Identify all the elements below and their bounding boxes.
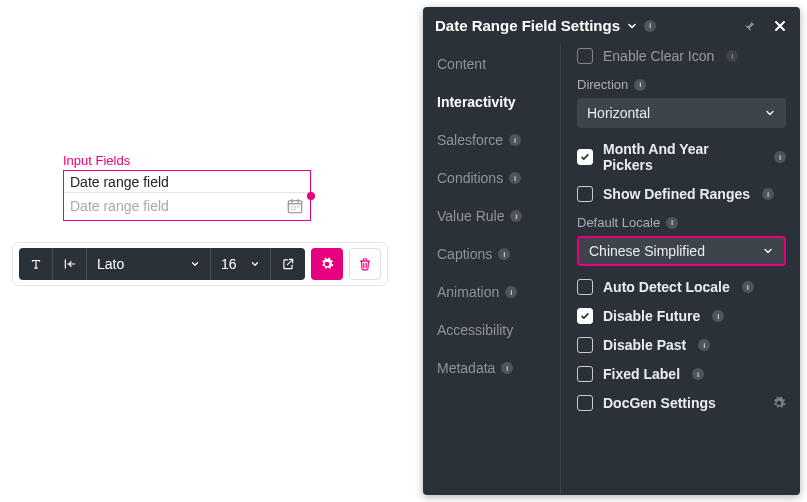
sidebar-tab-value-rule[interactable]: Value Rulei	[437, 208, 560, 224]
auto-detect-locale-row[interactable]: Auto Detect Locale i	[577, 279, 786, 295]
sidebar-tab-conditions[interactable]: Conditionsi	[437, 170, 560, 186]
panel-title: Date Range Field Settings	[435, 17, 620, 34]
checkbox[interactable]	[577, 48, 593, 64]
chevron-down-icon	[762, 245, 774, 257]
sidebar-tab-label: Captions	[437, 246, 492, 262]
month-year-pickers-row[interactable]: Month And Year Pickers i	[577, 141, 786, 173]
fixed-label-row[interactable]: Fixed Label i	[577, 366, 786, 382]
gear-icon[interactable]	[772, 396, 786, 410]
font-family-select[interactable]: Lato	[87, 248, 211, 280]
close-icon[interactable]	[772, 18, 788, 34]
sidebar-tab-label: Conditions	[437, 170, 503, 186]
sidebar-tab-content[interactable]: Content	[437, 56, 560, 72]
option-label: Auto Detect Locale	[603, 279, 730, 295]
calendar-icon[interactable]	[286, 197, 304, 215]
sidebar-tab-accessibility[interactable]: Accessibility	[437, 322, 560, 338]
info-icon[interactable]: i	[634, 79, 646, 91]
sidebar-tab-animation[interactable]: Animationi	[437, 284, 560, 300]
open-external-icon	[281, 257, 295, 271]
panel-header: Date Range Field Settings i	[423, 7, 800, 44]
chevron-down-icon[interactable]	[626, 20, 638, 32]
settings-panel: Date Range Field Settings i ContentInter…	[423, 7, 800, 495]
widget-caption: Input Fields	[63, 153, 311, 168]
option-label: Disable Future	[603, 308, 700, 324]
option-label: Enable Clear Icon	[603, 48, 714, 64]
info-icon[interactable]: i	[742, 281, 754, 293]
option-label: DocGen Settings	[603, 395, 716, 411]
canvas-date-range-widget[interactable]: Input Fields Date range field Date range…	[63, 153, 311, 221]
option-label: Disable Past	[603, 337, 686, 353]
info-icon[interactable]: i	[509, 134, 521, 146]
text-style-button[interactable]	[19, 248, 53, 280]
check-icon	[580, 152, 590, 162]
checkbox[interactable]	[577, 279, 593, 295]
font-family-value: Lato	[97, 256, 124, 272]
pin-icon[interactable]	[742, 19, 756, 33]
info-icon[interactable]: i	[726, 50, 738, 62]
checkbox[interactable]	[577, 149, 593, 165]
info-icon[interactable]: i	[698, 339, 710, 351]
info-icon[interactable]: i	[644, 20, 656, 32]
checkbox[interactable]	[577, 366, 593, 382]
info-icon[interactable]: i	[505, 286, 517, 298]
disable-past-row[interactable]: Disable Past i	[577, 337, 786, 353]
direction-label: Direction i	[577, 77, 786, 92]
info-icon[interactable]: i	[692, 368, 704, 380]
info-icon[interactable]: i	[501, 362, 513, 374]
sidebar-tab-captions[interactable]: Captionsi	[437, 246, 560, 262]
sidebar-tab-salesforce[interactable]: Salesforcei	[437, 132, 560, 148]
text-icon	[29, 257, 43, 271]
align-button[interactable]	[53, 248, 87, 280]
sidebar-tab-label: Salesforce	[437, 132, 503, 148]
info-icon[interactable]: i	[666, 217, 678, 229]
info-icon[interactable]: i	[762, 188, 774, 200]
format-toolbar: Lato 16	[12, 242, 388, 286]
checkbox[interactable]	[577, 337, 593, 353]
widget-input-row[interactable]: Date range field	[64, 193, 310, 220]
info-icon[interactable]: i	[712, 310, 724, 322]
enable-clear-icon-row[interactable]: Enable Clear Icon i	[577, 48, 786, 64]
font-size-value: 16	[221, 256, 237, 272]
info-icon[interactable]: i	[509, 172, 521, 184]
show-defined-ranges-row[interactable]: Show Defined Ranges i	[577, 186, 786, 202]
open-external-button[interactable]	[271, 248, 305, 280]
info-icon[interactable]: i	[510, 210, 522, 222]
check-icon	[580, 311, 590, 321]
panel-side-tabs: ContentInteractivitySalesforceiCondition…	[423, 44, 560, 495]
widget-placeholder: Date range field	[70, 198, 282, 214]
info-icon[interactable]: i	[774, 151, 786, 163]
disable-future-row[interactable]: Disable Future i	[577, 308, 786, 324]
resize-handle[interactable]	[307, 192, 315, 200]
checkbox[interactable]	[577, 308, 593, 324]
toolbar-dark-group: Lato 16	[19, 248, 305, 280]
trash-icon	[358, 257, 372, 271]
default-locale-value: Chinese Simplified	[589, 243, 705, 259]
widget-label: Date range field	[64, 171, 310, 193]
sidebar-tab-label: Value Rule	[437, 208, 504, 224]
font-size-select[interactable]: 16	[211, 248, 271, 280]
checkbox[interactable]	[577, 186, 593, 202]
sidebar-tab-label: Content	[437, 56, 486, 72]
default-locale-label: Default Locale i	[577, 215, 786, 230]
sidebar-tab-label: Accessibility	[437, 322, 513, 338]
chevron-down-icon	[764, 107, 776, 119]
sidebar-tab-metadata[interactable]: Metadatai	[437, 360, 560, 376]
option-label: Show Defined Ranges	[603, 186, 750, 202]
option-label: Month And Year Pickers	[603, 141, 762, 173]
option-label: Fixed Label	[603, 366, 680, 382]
widget-frame[interactable]: Date range field Date range field	[63, 170, 311, 221]
align-left-icon	[63, 257, 77, 271]
delete-button[interactable]	[349, 248, 381, 280]
docgen-settings-row[interactable]: DocGen Settings	[577, 395, 786, 411]
settings-button[interactable]	[311, 248, 343, 280]
direction-select[interactable]: Horizontal	[577, 98, 786, 128]
direction-value: Horizontal	[587, 105, 650, 121]
sidebar-tab-label: Interactivity	[437, 94, 516, 110]
chevron-down-icon	[190, 259, 200, 269]
chevron-down-icon	[250, 259, 260, 269]
gear-icon	[320, 257, 334, 271]
checkbox[interactable]	[577, 395, 593, 411]
default-locale-select[interactable]: Chinese Simplified	[577, 236, 786, 266]
sidebar-tab-interactivity[interactable]: Interactivity	[437, 94, 560, 110]
info-icon[interactable]: i	[498, 248, 510, 260]
